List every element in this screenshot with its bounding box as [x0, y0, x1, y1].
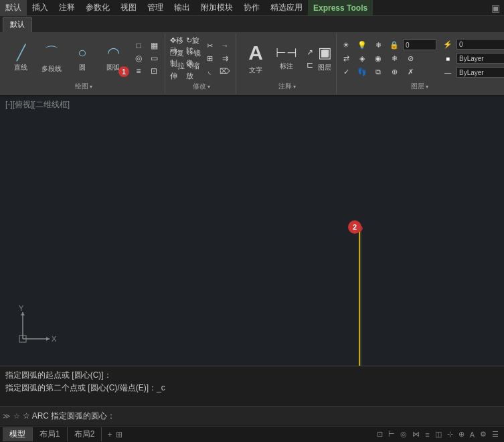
- btn-text[interactable]: A 文字: [241, 40, 270, 77]
- btn-layer-off[interactable]: ⊘: [403, 52, 418, 64]
- point-badge-2: 2: [348, 220, 361, 234]
- btn-unisolate[interactable]: ◉: [371, 52, 386, 64]
- btn-wipe[interactable]: ▭: [147, 52, 161, 64]
- menu-annotate[interactable]: 注释: [54, 0, 80, 15]
- group-draw: ╱ 直线 ⌒ 多段线 ○ 圆 ◠ 圆弧 1: [3, 33, 165, 94]
- layer-name-field[interactable]: 0: [456, 39, 504, 50]
- draw-small-tools: □ ▦ ◎ ▭ ≡ ⊡: [131, 40, 161, 77]
- group-modify-footer[interactable]: 修改 ▾: [170, 82, 232, 92]
- menu-manage[interactable]: 管理: [142, 0, 169, 15]
- tab-layout2[interactable]: 布局2: [68, 427, 102, 441]
- polyline-icon: ⌒: [44, 43, 59, 63]
- group-draw-footer[interactable]: 绘图 ▾: [6, 82, 161, 92]
- menu-insert[interactable]: 插入: [27, 0, 54, 15]
- status-workspace-icon[interactable]: ⚙: [480, 430, 487, 439]
- status-gizmo-icon[interactable]: ⊕: [458, 430, 465, 439]
- menu-default[interactable]: 默认: [0, 0, 27, 15]
- status-snap-icon[interactable]: ⊡: [377, 430, 383, 439]
- btn-line[interactable]: ╱ 直线: [6, 40, 35, 77]
- menu-express-tools[interactable]: Express Tools: [308, 0, 373, 15]
- btn-freeze-layer[interactable]: ❄: [387, 52, 402, 64]
- btn-layer-walk[interactable]: 👣: [355, 66, 369, 78]
- linecolor-icon: ■: [440, 52, 455, 64]
- canvas-area[interactable]: [-][俯视][二维线框] 2 3 X: [0, 96, 504, 366]
- layer-tools: ☀ 💡 ❄ 🔒 0 ⇄ ◈ ◉ ❄ ⊘ ✓: [339, 39, 436, 78]
- layer-row1: ☀ 💡 ❄ 🔒 0: [339, 39, 436, 51]
- btn-prop-match[interactable]: ⚡: [440, 38, 455, 50]
- group-layers: ▣ 图层 ☀ 💡 ❄ 🔒 0 ⇄ ◈ ◉: [338, 33, 501, 94]
- btn-offset[interactable]: ⇉: [218, 52, 232, 64]
- menu-view[interactable]: 视图: [115, 0, 142, 15]
- cmd-star-icon: ☆: [13, 412, 20, 421]
- svg-rect-12: [19, 336, 26, 342]
- btn-polyline[interactable]: ⌒ 多段线: [37, 40, 66, 77]
- circle-icon: ○: [78, 44, 86, 62]
- group-annotate-arrow: ▾: [293, 84, 296, 90]
- layer-color-swatch[interactable]: 0: [403, 40, 436, 50]
- btn-fillet[interactable]: ◟: [202, 65, 217, 77]
- cmd-input-field[interactable]: [115, 412, 501, 421]
- status-transparency-icon[interactable]: ◫: [435, 430, 442, 439]
- properties-col: ⚡ 0 ■ ByLayer — ByLayer: [440, 38, 504, 79]
- axes-svg: X Y: [9, 305, 56, 352]
- btn-region[interactable]: ◎: [131, 52, 146, 64]
- group-layers-footer[interactable]: 图层 ▾: [341, 82, 498, 92]
- btn-array[interactable]: ⊞: [202, 52, 217, 64]
- btn-layer-properties[interactable]: ☀: [339, 39, 353, 51]
- btn-copy-objects[interactable]: ⧉: [371, 66, 386, 78]
- btn-scale[interactable]: ⤡缩放: [186, 65, 201, 77]
- prop-row3: — ByLayer: [440, 66, 504, 79]
- tab-model[interactable]: 模型: [3, 427, 33, 441]
- btn-layer-freeze[interactable]: ❄: [371, 39, 386, 51]
- menu-featured[interactable]: 精选应用: [265, 0, 308, 15]
- draw-row3: ≡ ⊡: [131, 65, 161, 77]
- menu-output[interactable]: 输出: [169, 0, 195, 15]
- btn-rect[interactable]: □: [131, 40, 146, 52]
- menu-parametric[interactable]: 参数化: [80, 0, 115, 15]
- btn-extend[interactable]: →: [218, 40, 232, 52]
- draw-row2: ◎ ▭: [131, 52, 161, 64]
- modify-row9: ◟ ⌦: [202, 65, 232, 77]
- menu-addons[interactable]: 附加模块: [195, 0, 238, 15]
- btn-dimension[interactable]: ⊢⊣ 标注: [272, 40, 301, 77]
- tab-layout1[interactable]: 布局1: [33, 427, 68, 441]
- btn-hatch[interactable]: ▦: [147, 40, 161, 52]
- modify-row8: ⊞ ⇉: [202, 52, 232, 64]
- btn-gradient[interactable]: ≡: [131, 65, 146, 77]
- btn-isolate[interactable]: ◈: [355, 52, 369, 64]
- status-right-icons: ⊡ ⊢ ◎ ⋈ ≡ ◫ ⊹ ⊕ A ⚙ ☰: [377, 430, 501, 439]
- group-annotate-footer[interactable]: 注释 ▾: [241, 82, 333, 92]
- status-annotation-icon[interactable]: A: [470, 431, 475, 439]
- btn-make-current[interactable]: ✓: [339, 66, 353, 78]
- btn-delete-layer[interactable]: ✗: [403, 66, 418, 78]
- modify-col1: ✥移动 ❐复制 ↔拉伸: [170, 40, 185, 77]
- status-osnap-icon[interactable]: ⋈: [412, 430, 420, 439]
- btn-circle[interactable]: ○ 圆: [68, 40, 97, 77]
- group-layers-body: ▣ 图层 ☀ 💡 ❄ 🔒 0 ⇄ ◈ ◉: [312, 35, 504, 82]
- status-select-icon[interactable]: ⊹: [447, 430, 453, 439]
- line-color-field[interactable]: ByLayer: [456, 53, 504, 64]
- status-polar-icon[interactable]: ◎: [400, 430, 407, 439]
- btn-layers[interactable]: ▣ 图层: [312, 40, 337, 77]
- cmdline-line2: 指定圆弧的第二个点或 [圆心(C)/端点(E)]：_c: [5, 382, 499, 394]
- status-ortho-icon[interactable]: ⊢: [388, 430, 395, 439]
- linetype-field[interactable]: ByLayer: [456, 67, 504, 78]
- btn-trim[interactable]: ✂: [202, 40, 217, 52]
- btn-layer-match[interactable]: ⇄: [339, 52, 353, 64]
- btn-merge[interactable]: ⊕: [387, 66, 402, 78]
- btn-layer-lock[interactable]: 🔒: [387, 39, 402, 51]
- btn-erase[interactable]: ⌦: [218, 65, 232, 77]
- btn-stretch[interactable]: ↔拉伸: [170, 65, 185, 77]
- group-layers-arrow: ▾: [426, 84, 428, 90]
- btn-arc[interactable]: ◠ 圆弧 1: [98, 40, 128, 77]
- drawing-svg: [0, 96, 504, 366]
- status-ui-icon[interactable]: ☰: [492, 430, 499, 439]
- svg-text:X: X: [52, 335, 56, 343]
- btn-boundary[interactable]: ⊡: [147, 65, 161, 77]
- btn-layer-on[interactable]: 💡: [355, 39, 369, 51]
- menu-collaborate[interactable]: 协作: [238, 0, 265, 15]
- status-grid-icon[interactable]: ⊞: [116, 430, 122, 439]
- statusbar-separator: +: [107, 430, 112, 439]
- tab-home[interactable]: 默认: [3, 17, 32, 32]
- status-lineweight-icon[interactable]: ≡: [425, 431, 429, 439]
